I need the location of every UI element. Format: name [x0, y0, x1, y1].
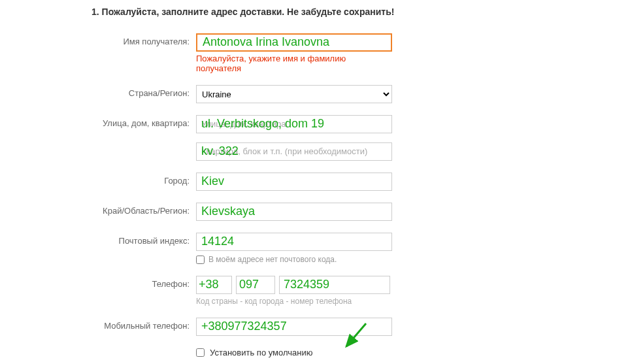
phone-label: Телефон:: [0, 276, 196, 289]
default-checkbox[interactable]: [196, 348, 205, 357]
recipient-error: Пожалуйста, укажите имя и фамилию получа…: [196, 54, 392, 73]
recipient-label: Имя получателя:: [0, 33, 196, 46]
default-label: Установить по умолчанию: [210, 348, 312, 357]
city-input[interactable]: [196, 173, 392, 191]
recipient-input[interactable]: [196, 33, 392, 52]
no-postal-label: В моём адресе нет почтового кода.: [208, 255, 337, 264]
country-label: Страна/Регион:: [0, 85, 196, 98]
mobile-label: Мобильный телефон:: [0, 318, 196, 331]
region-label: Край/Область/Регион:: [0, 203, 196, 216]
postal-input[interactable]: [196, 233, 392, 251]
phone-area-input[interactable]: [236, 276, 275, 294]
postal-label: Почтовый индекс:: [0, 233, 196, 246]
no-postal-checkbox[interactable]: [196, 256, 205, 264]
street-label: Улица, дом, квартира:: [0, 115, 196, 128]
city-label: Город:: [0, 173, 196, 186]
street2-input[interactable]: [196, 142, 392, 161]
region-input[interactable]: [196, 203, 392, 221]
address-form: Имя получателя: Antonova Irina Ivanovna …: [0, 33, 630, 364]
phone-helper: Код страны - код города - номер телефона: [196, 297, 392, 306]
mobile-input[interactable]: [196, 318, 392, 336]
phone-country-input[interactable]: [196, 276, 232, 294]
street1-input[interactable]: [196, 115, 392, 133]
phone-number-input[interactable]: [279, 276, 390, 294]
form-heading: 1. Пожалуйста, заполните адрес доставки.…: [91, 7, 630, 17]
country-select[interactable]: Ukraine: [196, 85, 392, 103]
